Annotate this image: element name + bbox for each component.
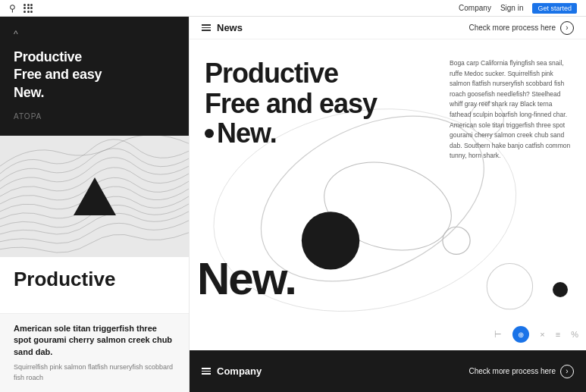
news-title: News — [217, 22, 243, 33]
main-layout: ^ Productive Free and easy New. ATOPA — [0, 17, 586, 392]
hero-area: Productive Free and easy New. Boga carp … — [190, 39, 586, 350]
svg-point-3 — [487, 264, 532, 309]
sidebar-headline-line1: Productive — [14, 49, 82, 64]
hero-headline-line1: Productive — [205, 58, 377, 89]
left-sidebar: ^ Productive Free and easy New. ATOPA — [0, 17, 190, 392]
company-title: Company — [217, 365, 262, 377]
hero-new-big: New. — [197, 252, 296, 305]
news-bar-left: News — [202, 22, 243, 33]
sidebar-art-area — [0, 136, 189, 257]
hero-headline-line2: Free and easy — [205, 89, 377, 119]
sidebar-gray-text: Squirrelfish pink salmon flatfish nurser… — [14, 362, 175, 383]
news-bar: News Check more process here › — [190, 17, 586, 39]
sidebar-headline-line3: New. — [14, 85, 44, 100]
top-nav-left: ⚲ — [9, 3, 33, 14]
hero-text-block: Productive Free and easy New. — [205, 58, 377, 149]
sidebar-productive-label: Productive — [14, 268, 175, 291]
sidebar-productive-section: Productive — [0, 257, 189, 313]
logo-triangle — [74, 177, 116, 215]
hero-new-text: New. — [217, 118, 277, 149]
right-content: News Check more process here › — [190, 17, 586, 392]
grid-icon[interactable] — [24, 4, 33, 13]
icon-bar: ⊢ ⊕ × ≡ % — [494, 326, 578, 343]
signin-link[interactable]: Sign in — [500, 4, 524, 12]
search-icon[interactable]: ⚲ — [9, 3, 16, 14]
company-hamburger-icon[interactable] — [202, 368, 211, 375]
dot-bottom-right — [553, 282, 568, 297]
sidebar-headline-line2: Free and easy — [14, 67, 102, 82]
bullet-dot — [205, 129, 214, 138]
icon-bar-item-1[interactable]: ⊢ — [494, 330, 502, 340]
icon-bar-item-5[interactable]: % — [571, 330, 578, 339]
company-arrow-icon[interactable]: › — [560, 365, 574, 378]
top-navigation: ⚲ Company Sign in Get started — [0, 0, 586, 17]
company-link[interactable]: Company — [459, 4, 491, 12]
caret-icon: ^ — [14, 29, 175, 39]
company-bar: Company Check more process here › — [190, 350, 586, 392]
icon-bar-item-4[interactable]: ≡ — [556, 330, 560, 339]
news-check-more-label: Check more process here — [469, 24, 556, 32]
top-nav-right: Company Sign in Get started — [459, 3, 577, 14]
sidebar-gray-title: American sole titan triggerfish three sp… — [14, 323, 175, 358]
news-arrow-icon[interactable]: › — [560, 21, 574, 35]
sidebar-brand: ATOPA — [14, 112, 175, 121]
company-check-more-label: Check more process here — [469, 367, 556, 375]
hamburger-icon[interactable] — [202, 24, 211, 31]
hero-headline-line3: New. — [205, 118, 377, 149]
hero-body-text: Boga carp California flyingfish sea snai… — [450, 58, 571, 162]
icon-bar-item-2-active[interactable]: ⊕ — [512, 326, 529, 343]
wave-container — [0, 136, 189, 257]
get-started-button[interactable]: Get started — [532, 3, 577, 14]
sidebar-top-section: ^ Productive Free and easy New. ATOPA — [0, 17, 189, 136]
svg-point-4 — [302, 212, 359, 269]
news-check-more[interactable]: Check more process here › — [469, 21, 575, 35]
sidebar-gray-section: American sole titan triggerfish three sp… — [0, 313, 189, 392]
company-check-more[interactable]: Check more process here › — [469, 365, 575, 378]
right-top-section: News Check more process here › — [190, 17, 586, 350]
svg-point-5 — [443, 227, 470, 254]
sidebar-headline: Productive Free and easy New. — [14, 49, 175, 102]
company-bar-left: Company — [202, 365, 262, 377]
icon-bar-item-3[interactable]: × — [540, 330, 544, 339]
